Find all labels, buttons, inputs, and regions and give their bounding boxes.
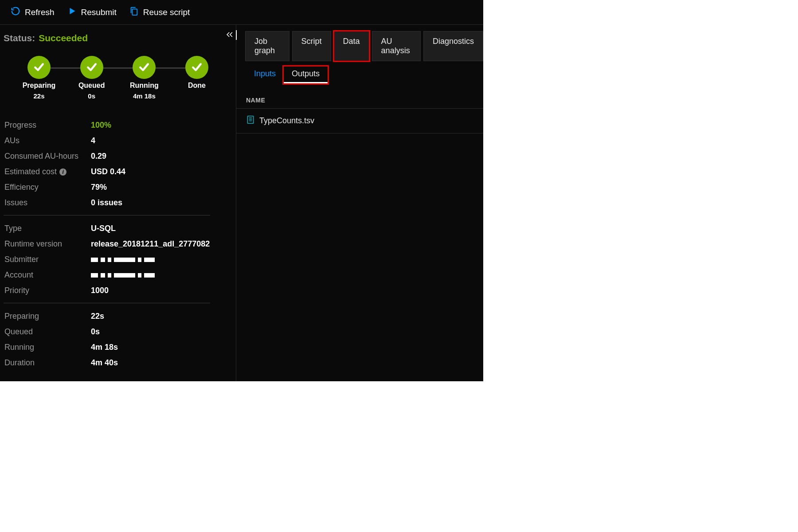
divider (4, 303, 210, 303)
resubmit-button[interactable]: Resubmit (67, 6, 117, 18)
collapse-button[interactable] (225, 30, 234, 41)
stage-name: Preparing (23, 82, 56, 90)
kv-value: 0s (91, 327, 100, 336)
kv-key: AUs (4, 136, 91, 145)
kv-key: Running (4, 343, 91, 352)
status-value: Succeeded (39, 33, 88, 43)
kv-key: Issues (4, 198, 91, 207)
kv-key: Efficiency (4, 183, 91, 192)
kv-key: Duration (4, 358, 91, 368)
kv-key: Consumed AU-hours (4, 152, 91, 161)
tabs-secondary: InputsOutputs (236, 61, 483, 83)
kv-row: Consumed AU-hours 0.29 (4, 149, 231, 164)
main-split: Status: Succeeded Preparing22sQueued0sRu… (0, 25, 483, 381)
check-icon (185, 56, 208, 79)
metrics-block-1: Progress 100%AUs 4Consumed AU-hours 0.29… (4, 117, 232, 211)
kv-value: 4m 40s (91, 358, 118, 368)
list-header: NAME (236, 86, 483, 109)
refresh-icon (11, 6, 20, 18)
stage-name: Queued (78, 82, 105, 90)
kv-value: U-SQL (91, 224, 116, 233)
kv-key: Preparing (4, 312, 91, 321)
play-icon (67, 6, 77, 18)
kv-row: Queued 0s (4, 324, 231, 340)
tab-au-analysis[interactable]: AU analysis (372, 31, 421, 61)
subtab-inputs[interactable]: Inputs (246, 66, 284, 83)
stage-time: 22s (33, 92, 44, 100)
kv-value: release_20181211_adl_2777082 (91, 239, 210, 249)
check-icon (80, 56, 103, 79)
file-name: TypeCounts.tsv (259, 116, 314, 125)
stage-name: Running (130, 82, 159, 90)
splitter-handle[interactable] (236, 30, 237, 40)
svg-rect-0 (132, 9, 137, 15)
divider (4, 215, 210, 215)
stage-queued: Queued0s (70, 56, 114, 100)
summary-panel: Status: Succeeded Preparing22sQueued0sRu… (0, 25, 236, 381)
check-icon (27, 56, 51, 79)
toolbar: Refresh Resubmit Reuse script (0, 0, 483, 25)
kv-row: Submitter (4, 252, 231, 267)
tab-diagnostics[interactable]: Diagnostics (423, 31, 483, 61)
copy-icon (129, 6, 139, 18)
kv-value: 0.29 (91, 152, 106, 161)
kv-row: Estimated cost iUSD 0.44 (4, 164, 231, 180)
svg-rect-1 (247, 116, 253, 124)
kv-key: Queued (4, 327, 91, 336)
tab-job-graph[interactable]: Job graph (245, 31, 289, 61)
file-row[interactable]: TypeCounts.tsv (236, 109, 483, 133)
tab-data[interactable]: Data (334, 31, 369, 61)
kv-row: Efficiency 79% (4, 180, 231, 195)
metrics-block-2: Type U-SQLRuntime version release_201812… (4, 221, 232, 298)
stage-done: Done (175, 56, 219, 100)
tab-script[interactable]: Script (292, 31, 331, 61)
kv-key: Progress (4, 121, 91, 130)
check-icon (133, 56, 156, 79)
file-list: TypeCounts.tsv (236, 109, 483, 133)
kv-row: Running 4m 18s (4, 340, 231, 355)
kv-value: 22s (91, 312, 104, 321)
stage-preparing: Preparing22s (17, 56, 61, 100)
status-row: Status: Succeeded (4, 33, 232, 56)
reuse-script-button[interactable]: Reuse script (129, 6, 190, 18)
redacted-value (91, 273, 155, 278)
redacted-value (91, 258, 155, 262)
kv-row: Account (4, 267, 231, 283)
kv-row: Progress 100% (4, 117, 231, 133)
kv-key: Type (4, 224, 91, 233)
app-window: Refresh Resubmit Reuse script Status: Su… (0, 0, 483, 381)
kv-value: USD 0.44 (91, 167, 125, 176)
kv-key: Estimated cost i (4, 167, 91, 176)
metrics-block-3: Preparing 22sQueued 0sRunning 4m 18sDura… (4, 309, 232, 371)
kv-row: Priority 1000 (4, 283, 231, 298)
kv-key: Account (4, 270, 91, 280)
stage-name: Done (188, 82, 206, 90)
kv-row: Issues 0 issues (4, 195, 231, 211)
file-icon (246, 115, 255, 127)
kv-value: 1000 (91, 286, 109, 295)
stage-track: Preparing22sQueued0sRunning4m 18sDone (17, 56, 219, 100)
refresh-label: Refresh (25, 8, 55, 17)
kv-row: Duration 4m 40s (4, 355, 231, 371)
reuse-label: Reuse script (143, 8, 190, 17)
kv-row: Runtime version release_20181211_adl_277… (4, 236, 231, 252)
kv-row: Preparing 22s (4, 309, 231, 324)
refresh-button[interactable]: Refresh (11, 6, 55, 18)
kv-row: Type U-SQL (4, 221, 231, 236)
detail-panel: Job graphScriptDataAU analysisDiagnostic… (236, 25, 483, 381)
kv-value: 100% (91, 121, 111, 130)
kv-row: AUs 4 (4, 133, 231, 149)
kv-value: 0 issues (91, 198, 122, 207)
tabs-primary: Job graphScriptDataAU analysisDiagnostic… (236, 31, 483, 61)
stage-time: 4m 18s (133, 92, 156, 100)
stage-time: 0s (88, 92, 95, 100)
info-icon[interactable]: i (59, 168, 66, 176)
status-label: Status: (4, 33, 35, 43)
kv-key: Runtime version (4, 239, 91, 249)
kv-value: 4m 18s (91, 343, 118, 352)
subtab-outputs[interactable]: Outputs (284, 66, 328, 83)
kv-value: 79% (91, 183, 107, 192)
resubmit-label: Resubmit (81, 8, 117, 17)
kv-key: Submitter (4, 255, 91, 264)
kv-value: 4 (91, 136, 95, 145)
